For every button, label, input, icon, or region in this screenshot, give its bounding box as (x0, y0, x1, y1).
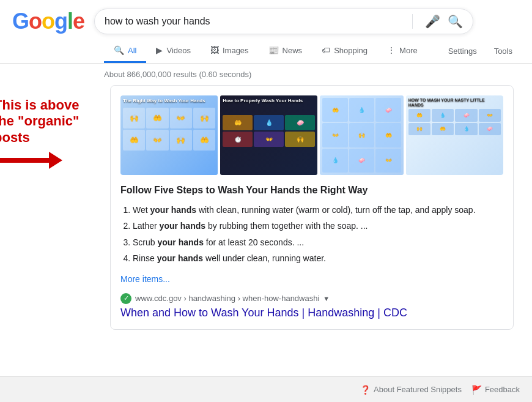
panel3-cell: 🤲 (375, 123, 401, 147)
tab-news[interactable]: 📰 News (259, 39, 312, 63)
tools-button[interactable]: Tools (487, 40, 520, 62)
annotation-text: This is above the "organic" posts (0, 97, 92, 146)
more-items-link[interactable]: More items... (120, 274, 170, 284)
snippet-title: Follow Five Steps to Wash Your Hands the… (120, 185, 503, 196)
tab-more-label: More (399, 46, 418, 55)
tab-videos-label: Videos (166, 46, 191, 55)
panel2-cell: 🧼 (285, 115, 315, 130)
tab-videos[interactable]: ▶ Videos (146, 39, 201, 63)
header: Google 🎤 🔍 (0, 0, 532, 34)
result-link[interactable]: When and How to Wash Your Hands | Handwa… (120, 307, 503, 319)
hands-grid-1: 🙌 🤲 👐 🙌 🤲 👐 🙌 🤲 (120, 95, 218, 175)
panel4-cell: 💧 (432, 109, 454, 122)
results-count: About 866,000,000 results (0.60 seconds) (0, 64, 532, 85)
snippets-label: About Featured Snippets (374, 385, 462, 394)
hand-cell: 🤲 (146, 108, 168, 128)
hand-cell: 🤲 (123, 130, 145, 151)
search-bar: 🎤 🔍 (94, 9, 473, 34)
arrow-body (0, 158, 49, 163)
feedback-label: Feedback (485, 385, 520, 394)
step-4: Rinse your hands well under clean, runni… (133, 251, 503, 265)
tab-shopping-label: Shopping (334, 46, 368, 55)
panel2-cell: 👐 (254, 132, 284, 147)
question-icon: ❓ (360, 385, 371, 395)
source-line: ✓ www.cdc.gov › handwashing › when-how-h… (120, 293, 503, 304)
news-tab-icon: 📰 (268, 45, 279, 55)
panel3-cell: 🧼 (375, 98, 401, 122)
nav-right: Settings Tools (441, 40, 532, 62)
panel4-cell: 🧼 (479, 123, 501, 136)
search-icon[interactable]: 🔍 (448, 14, 463, 29)
search-input[interactable] (105, 16, 407, 27)
panel2-cell: 🤲 (223, 115, 253, 130)
image-panel-1[interactable]: The Right Way to Wash Your Hands 🙌 🤲 👐 🙌… (120, 95, 218, 175)
hand-cell: 👐 (146, 130, 168, 151)
tab-images-label: Images (223, 46, 249, 55)
images-tab-icon: 🖼 (210, 45, 219, 55)
source-url: www.cdc.gov › handwashing › when-how-han… (135, 294, 319, 303)
image-panel-4[interactable]: HOW TO WASH YOUR NASTY LITTLE HANDS 🤲 💧 … (406, 95, 503, 175)
more-tab-icon: ⋮ (387, 45, 396, 55)
steps-list: Wet your hands with clean, running water… (120, 203, 503, 266)
panel3-cell: 🙌 (349, 123, 374, 147)
feedback-button[interactable]: 🚩 Feedback (471, 385, 520, 395)
tab-images[interactable]: 🖼 Images (201, 39, 259, 63)
dropdown-icon[interactable]: ▼ (323, 295, 330, 302)
panel3-cell: 💧 (349, 98, 374, 122)
image-panel-3[interactable]: 🤲 💧 🧼 👐 🙌 🤲 💧 🧼 👐 (320, 95, 403, 175)
annotation: This is above the "organic" posts (0, 97, 92, 169)
panel2-cell: ⏱️ (223, 132, 253, 147)
nav-tabs: 🔍 All ▶ Videos 🖼 Images 📰 News 🏷 Shoppin… (0, 34, 532, 64)
step-3: Scrub your hands for at least 20 seconds… (133, 236, 503, 249)
panel3-cell: 👐 (322, 123, 347, 147)
videos-tab-icon: ▶ (156, 45, 163, 55)
panel2-cell: 💧 (254, 115, 284, 130)
panel3-cell: 👐 (375, 149, 401, 173)
step-2: Lather your hands by rubbing them togeth… (133, 219, 503, 233)
search-divider (412, 14, 413, 29)
hand-cell: 🙌 (123, 108, 145, 128)
panel4-cell: 🧼 (455, 109, 477, 122)
google-logo: Google (12, 9, 84, 34)
search-icons: 🎤 🔍 (407, 14, 463, 29)
image-label-1: The Right Way to Wash Your Hands (123, 98, 215, 104)
image-label-2: How to Properly Wash Your Hands (223, 98, 315, 104)
tab-more[interactable]: ⋮ More (377, 39, 427, 63)
tab-all[interactable]: 🔍 All (104, 39, 146, 63)
hand-cell: 🙌 (193, 108, 215, 128)
feedback-icon: 🚩 (471, 385, 482, 395)
panel4-cell: 💧 (455, 123, 477, 136)
hand-cell: 🤲 (193, 130, 215, 151)
microphone-icon[interactable]: 🎤 (425, 14, 440, 29)
panel4-cell: 🤲 (408, 109, 430, 122)
image-panel-2[interactable]: How to Properly Wash Your Hands 🤲 💧 🧼 ⏱️… (220, 95, 317, 175)
about-featured-snippets[interactable]: ❓ About Featured Snippets (360, 385, 462, 395)
shopping-tab-icon: 🏷 (322, 45, 330, 55)
footer: ❓ About Featured Snippets 🚩 Feedback (0, 376, 532, 402)
panel4-cell: 👐 (479, 109, 501, 122)
step-1: Wet your hands with clean, running water… (133, 203, 503, 217)
panel2-cell: 🙌 (285, 132, 315, 147)
panel3-cell: 💧 (322, 149, 347, 173)
tab-all-label: All (128, 46, 136, 55)
checkmark-icon: ✓ (120, 293, 131, 304)
all-tab-icon: 🔍 (114, 45, 124, 55)
tab-shopping[interactable]: 🏷 Shopping (312, 39, 377, 63)
arrow-head (49, 152, 62, 169)
panel4-cell: 🤲 (432, 123, 454, 136)
image-label-4: HOW TO WASH YOUR NASTY LITTLE HANDS (408, 98, 501, 108)
hand-cell: 🙌 (170, 130, 192, 151)
annotation-arrow (0, 152, 92, 169)
panel3-cell: 🧼 (349, 149, 374, 173)
panel3-cell: 🤲 (322, 98, 347, 122)
image-strip: The Right Way to Wash Your Hands 🙌 🤲 👐 🙌… (120, 95, 503, 175)
tab-news-label: News (283, 46, 303, 55)
featured-snippet-card: The Right Way to Wash Your Hands 🙌 🤲 👐 🙌… (110, 85, 514, 330)
main-content: This is above the "organic" posts The Ri… (0, 85, 532, 330)
panel4-cell: 🙌 (408, 123, 430, 136)
settings-button[interactable]: Settings (441, 40, 484, 62)
hand-cell: 👐 (170, 108, 192, 128)
